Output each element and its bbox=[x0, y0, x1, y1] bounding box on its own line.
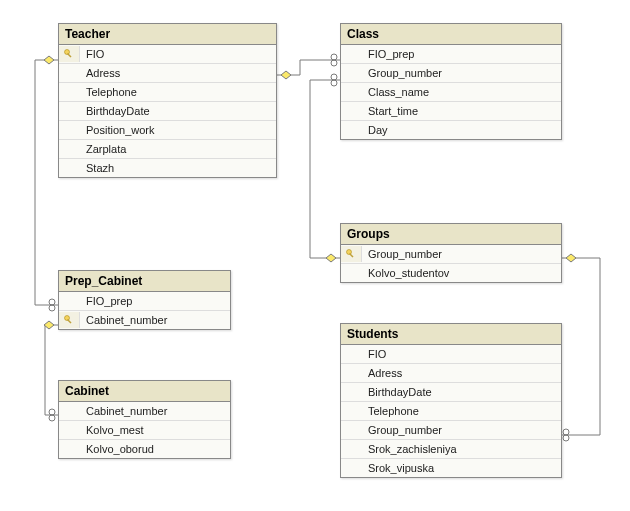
column-row: FIO_prep bbox=[59, 292, 230, 311]
column-name: BirthdayDate bbox=[80, 102, 276, 120]
column-name: Kolvo_oborud bbox=[80, 440, 230, 458]
column-row: Kolvo_oborud bbox=[59, 440, 230, 458]
column-row: Srok_vipuska bbox=[341, 459, 561, 477]
entity-body-teacher: FIOAdressTelephoneBirthdayDatePosition_w… bbox=[59, 45, 276, 177]
column-row: Srok_zachisleniya bbox=[341, 440, 561, 459]
entity-body-prep-cabinet: FIO_prepCabinet_number bbox=[59, 292, 230, 329]
column-row: FIO bbox=[341, 345, 561, 364]
svg-point-4 bbox=[331, 74, 337, 80]
column-name: Telephone bbox=[362, 402, 561, 420]
column-name: Srok_vipuska bbox=[362, 459, 561, 477]
column-row: Telephone bbox=[59, 83, 276, 102]
key-icon bbox=[59, 312, 80, 328]
column-name: FIO bbox=[362, 345, 561, 363]
entity-title: Students bbox=[341, 324, 561, 345]
key-icon bbox=[59, 46, 80, 62]
column-row: FIO bbox=[59, 45, 276, 64]
svg-marker-3 bbox=[326, 254, 336, 262]
column-row: Group_number bbox=[341, 64, 561, 83]
column-row: Class_name bbox=[341, 83, 561, 102]
svg-point-7 bbox=[49, 299, 55, 305]
svg-marker-6 bbox=[44, 56, 54, 64]
entity-body-class: FIO_prepGroup_numberClass_nameStart_time… bbox=[341, 45, 561, 139]
svg-rect-20 bbox=[67, 319, 72, 324]
column-name: Group_number bbox=[362, 64, 561, 82]
column-name: Group_number bbox=[362, 421, 561, 439]
svg-point-5 bbox=[331, 80, 337, 86]
column-row: BirthdayDate bbox=[341, 383, 561, 402]
column-row: Kolvo_mest bbox=[59, 421, 230, 440]
svg-marker-0 bbox=[281, 71, 291, 79]
column-name: FIO bbox=[80, 45, 276, 63]
column-row: Adress bbox=[59, 64, 276, 83]
column-row: Stazh bbox=[59, 159, 276, 177]
column-name: Cabinet_number bbox=[80, 311, 230, 329]
column-row: Cabinet_number bbox=[59, 402, 230, 421]
column-name: Adress bbox=[80, 64, 276, 82]
svg-rect-18 bbox=[349, 253, 354, 258]
entity-students[interactable]: Students FIOAdressBirthdayDateTelephoneG… bbox=[340, 323, 562, 478]
entity-teacher[interactable]: Teacher FIOAdressTelephoneBirthdayDatePo… bbox=[58, 23, 277, 178]
column-name: Adress bbox=[362, 364, 561, 382]
entity-prep-cabinet[interactable]: Prep_Cabinet FIO_prepCabinet_number bbox=[58, 270, 231, 330]
entity-title: Class bbox=[341, 24, 561, 45]
entity-body-groups: Group_numberKolvo_studentov bbox=[341, 245, 561, 282]
svg-point-10 bbox=[49, 409, 55, 415]
column-row: Position_work bbox=[59, 121, 276, 140]
column-name: Kolvo_studentov bbox=[362, 264, 561, 282]
entity-title: Prep_Cabinet bbox=[59, 271, 230, 292]
column-name: Group_number bbox=[362, 245, 561, 263]
column-name: Kolvo_mest bbox=[80, 421, 230, 439]
column-row: Telephone bbox=[341, 402, 561, 421]
entity-title: Groups bbox=[341, 224, 561, 245]
column-row: Day bbox=[341, 121, 561, 139]
column-name: Telephone bbox=[80, 83, 276, 101]
column-name: Zarplata bbox=[80, 140, 276, 158]
column-row: Start_time bbox=[341, 102, 561, 121]
key-icon bbox=[341, 246, 362, 262]
entity-title: Cabinet bbox=[59, 381, 230, 402]
svg-point-13 bbox=[563, 429, 569, 435]
column-row: Cabinet_number bbox=[59, 311, 230, 329]
column-name: Srok_zachisleniya bbox=[362, 440, 561, 458]
column-name: Position_work bbox=[80, 121, 276, 139]
column-name: BirthdayDate bbox=[362, 383, 561, 401]
svg-rect-16 bbox=[67, 53, 72, 58]
column-row: BirthdayDate bbox=[59, 102, 276, 121]
column-row: Kolvo_studentov bbox=[341, 264, 561, 282]
svg-marker-9 bbox=[44, 321, 54, 329]
column-row: Adress bbox=[341, 364, 561, 383]
entity-body-cabinet: Cabinet_numberKolvo_mestKolvo_oborud bbox=[59, 402, 230, 458]
svg-point-8 bbox=[49, 305, 55, 311]
column-row: FIO_prep bbox=[341, 45, 561, 64]
column-name: Day bbox=[362, 121, 561, 139]
column-row: Group_number bbox=[341, 421, 561, 440]
svg-point-14 bbox=[563, 435, 569, 441]
entity-class[interactable]: Class FIO_prepGroup_numberClass_nameStar… bbox=[340, 23, 562, 140]
entity-body-students: FIOAdressBirthdayDateTelephoneGroup_numb… bbox=[341, 345, 561, 477]
column-row: Zarplata bbox=[59, 140, 276, 159]
column-name: Start_time bbox=[362, 102, 561, 120]
svg-marker-12 bbox=[566, 254, 576, 262]
entity-title: Teacher bbox=[59, 24, 276, 45]
column-name: Cabinet_number bbox=[80, 402, 230, 420]
column-name: FIO_prep bbox=[80, 292, 230, 310]
entity-cabinet[interactable]: Cabinet Cabinet_numberKolvo_mestKolvo_ob… bbox=[58, 380, 231, 459]
entity-groups[interactable]: Groups Group_numberKolvo_studentov bbox=[340, 223, 562, 283]
svg-point-11 bbox=[49, 415, 55, 421]
column-name: Class_name bbox=[362, 83, 561, 101]
column-name: FIO_prep bbox=[362, 45, 561, 63]
svg-point-2 bbox=[331, 60, 337, 66]
column-name: Stazh bbox=[80, 159, 276, 177]
column-row: Group_number bbox=[341, 245, 561, 264]
svg-point-1 bbox=[331, 54, 337, 60]
